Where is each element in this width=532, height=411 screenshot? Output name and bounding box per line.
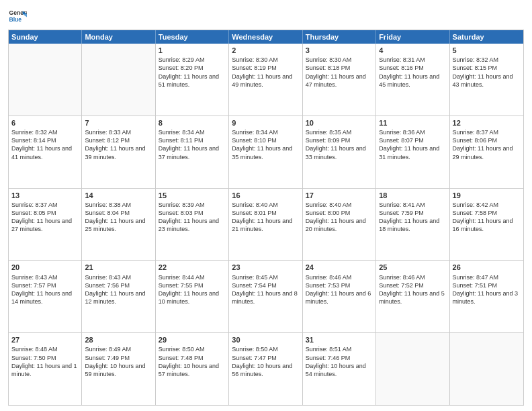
day-number: 28 — [85, 335, 152, 345]
day-info: Sunrise: 8:34 AM Sunset: 8:11 PM Dayligh… — [159, 128, 226, 161]
day-number: 31 — [306, 335, 373, 345]
day-info: Sunrise: 8:44 AM Sunset: 7:55 PM Dayligh… — [159, 273, 226, 306]
calendar-cell: 16Sunrise: 8:40 AM Sunset: 8:01 PM Dayli… — [229, 189, 302, 261]
day-info: Sunrise: 8:50 AM Sunset: 7:47 PM Dayligh… — [232, 345, 299, 378]
calendar-cell: 12Sunrise: 8:37 AM Sunset: 8:06 PM Dayli… — [450, 116, 523, 188]
calendar-cell: 30Sunrise: 8:50 AM Sunset: 7:47 PM Dayli… — [229, 333, 302, 405]
calendar-row: 6Sunrise: 8:32 AM Sunset: 8:14 PM Daylig… — [9, 116, 523, 188]
day-info: Sunrise: 8:48 AM Sunset: 7:50 PM Dayligh… — [11, 345, 79, 378]
calendar-cell: 22Sunrise: 8:44 AM Sunset: 7:55 PM Dayli… — [156, 261, 229, 332]
weekday-header: Saturday — [450, 30, 523, 44]
weekday-header: Monday — [82, 30, 155, 44]
calendar-cell — [450, 333, 523, 405]
weekday-header: Thursday — [303, 30, 376, 44]
calendar-cell: 18Sunrise: 8:41 AM Sunset: 7:59 PM Dayli… — [376, 189, 449, 261]
calendar-cell: 26Sunrise: 8:47 AM Sunset: 7:51 PM Dayli… — [450, 261, 523, 332]
calendar-cell: 10Sunrise: 8:35 AM Sunset: 8:09 PM Dayli… — [303, 116, 376, 188]
logo: General Blue — [8, 7, 27, 26]
calendar-cell: 19Sunrise: 8:42 AM Sunset: 7:58 PM Dayli… — [450, 189, 523, 261]
calendar-cell: 21Sunrise: 8:43 AM Sunset: 7:56 PM Dayli… — [82, 261, 155, 332]
calendar-cell: 8Sunrise: 8:34 AM Sunset: 8:11 PM Daylig… — [156, 116, 229, 188]
day-number: 4 — [379, 46, 446, 55]
day-number: 18 — [379, 191, 446, 200]
day-info: Sunrise: 8:46 AM Sunset: 7:53 PM Dayligh… — [306, 273, 373, 306]
day-info: Sunrise: 8:32 AM Sunset: 8:14 PM Dayligh… — [11, 128, 79, 161]
day-info: Sunrise: 8:31 AM Sunset: 8:16 PM Dayligh… — [379, 56, 446, 89]
day-number: 21 — [85, 263, 152, 272]
weekday-header: Sunday — [9, 30, 82, 44]
day-info: Sunrise: 8:30 AM Sunset: 8:19 PM Dayligh… — [232, 56, 299, 89]
day-number: 7 — [85, 118, 152, 128]
day-info: Sunrise: 8:39 AM Sunset: 8:03 PM Dayligh… — [159, 201, 226, 234]
calendar-cell — [376, 333, 449, 405]
day-info: Sunrise: 8:43 AM Sunset: 7:56 PM Dayligh… — [85, 273, 152, 306]
calendar-cell: 13Sunrise: 8:37 AM Sunset: 8:05 PM Dayli… — [9, 189, 82, 261]
day-number: 5 — [453, 46, 521, 55]
day-number: 15 — [159, 191, 226, 200]
calendar-cell: 1Sunrise: 8:29 AM Sunset: 8:20 PM Daylig… — [156, 44, 229, 116]
day-number: 30 — [232, 335, 299, 345]
day-info: Sunrise: 8:51 AM Sunset: 7:46 PM Dayligh… — [306, 345, 373, 378]
day-number: 27 — [11, 335, 79, 345]
day-number: 17 — [306, 191, 373, 200]
day-number: 3 — [306, 46, 373, 55]
day-info: Sunrise: 8:46 AM Sunset: 7:52 PM Dayligh… — [379, 273, 446, 306]
weekday-header: Wednesday — [229, 30, 302, 44]
header: General Blue — [8, 7, 524, 26]
day-info: Sunrise: 8:36 AM Sunset: 8:07 PM Dayligh… — [379, 128, 446, 161]
weekday-header: Tuesday — [156, 30, 229, 44]
day-info: Sunrise: 8:42 AM Sunset: 7:58 PM Dayligh… — [453, 201, 521, 234]
calendar-cell: 3Sunrise: 8:30 AM Sunset: 8:18 PM Daylig… — [303, 44, 376, 116]
calendar-cell: 27Sunrise: 8:48 AM Sunset: 7:50 PM Dayli… — [9, 333, 82, 405]
day-number: 25 — [379, 263, 446, 272]
calendar-cell: 6Sunrise: 8:32 AM Sunset: 8:14 PM Daylig… — [9, 116, 82, 188]
calendar-cell: 17Sunrise: 8:40 AM Sunset: 8:00 PM Dayli… — [303, 189, 376, 261]
calendar-cell: 31Sunrise: 8:51 AM Sunset: 7:46 PM Dayli… — [303, 333, 376, 405]
day-info: Sunrise: 8:41 AM Sunset: 7:59 PM Dayligh… — [379, 201, 446, 234]
calendar-cell: 15Sunrise: 8:39 AM Sunset: 8:03 PM Dayli… — [156, 189, 229, 261]
day-number: 22 — [159, 263, 226, 272]
day-number: 1 — [159, 46, 226, 55]
day-number: 26 — [453, 263, 521, 272]
calendar-row: 27Sunrise: 8:48 AM Sunset: 7:50 PM Dayli… — [9, 332, 523, 405]
day-info: Sunrise: 8:35 AM Sunset: 8:09 PM Dayligh… — [306, 128, 373, 161]
main-container: General Blue SundayMondayTuesdayWednesda… — [0, 0, 532, 411]
day-info: Sunrise: 8:38 AM Sunset: 8:04 PM Dayligh… — [85, 201, 152, 234]
day-info: Sunrise: 8:34 AM Sunset: 8:10 PM Dayligh… — [232, 128, 299, 161]
day-number: 10 — [306, 118, 373, 128]
calendar: SundayMondayTuesdayWednesdayThursdayFrid… — [8, 30, 524, 406]
calendar-cell: 28Sunrise: 8:49 AM Sunset: 7:49 PM Dayli… — [82, 333, 155, 405]
calendar-cell: 14Sunrise: 8:38 AM Sunset: 8:04 PM Dayli… — [82, 189, 155, 261]
day-number: 14 — [85, 191, 152, 200]
day-info: Sunrise: 8:37 AM Sunset: 8:05 PM Dayligh… — [11, 201, 79, 234]
calendar-row: 13Sunrise: 8:37 AM Sunset: 8:05 PM Dayli… — [9, 188, 523, 261]
day-info: Sunrise: 8:49 AM Sunset: 7:49 PM Dayligh… — [85, 345, 152, 378]
calendar-cell: 7Sunrise: 8:33 AM Sunset: 8:12 PM Daylig… — [82, 116, 155, 188]
svg-text:Blue: Blue — [9, 16, 22, 23]
weekday-header: Friday — [376, 30, 449, 44]
calendar-cell — [82, 44, 155, 116]
day-number: 23 — [232, 263, 299, 272]
day-number: 20 — [11, 263, 79, 272]
calendar-cell: 9Sunrise: 8:34 AM Sunset: 8:10 PM Daylig… — [229, 116, 302, 188]
day-info: Sunrise: 8:29 AM Sunset: 8:20 PM Dayligh… — [159, 56, 226, 89]
day-info: Sunrise: 8:45 AM Sunset: 7:54 PM Dayligh… — [232, 273, 299, 306]
calendar-cell: 24Sunrise: 8:46 AM Sunset: 7:53 PM Dayli… — [303, 261, 376, 332]
day-number: 24 — [306, 263, 373, 272]
calendar-cell: 2Sunrise: 8:30 AM Sunset: 8:19 PM Daylig… — [229, 44, 302, 116]
calendar-cell: 4Sunrise: 8:31 AM Sunset: 8:16 PM Daylig… — [376, 44, 449, 116]
day-number: 11 — [379, 118, 446, 128]
calendar-cell: 25Sunrise: 8:46 AM Sunset: 7:52 PM Dayli… — [376, 261, 449, 332]
day-number: 6 — [11, 118, 79, 128]
calendar-cell: 5Sunrise: 8:32 AM Sunset: 8:15 PM Daylig… — [450, 44, 523, 116]
calendar-cell: 11Sunrise: 8:36 AM Sunset: 8:07 PM Dayli… — [376, 116, 449, 188]
day-number: 8 — [159, 118, 226, 128]
day-info: Sunrise: 8:32 AM Sunset: 8:15 PM Dayligh… — [453, 56, 521, 89]
calendar-cell — [9, 44, 82, 116]
calendar-body: 1Sunrise: 8:29 AM Sunset: 8:20 PM Daylig… — [9, 44, 523, 405]
day-info: Sunrise: 8:30 AM Sunset: 8:18 PM Dayligh… — [306, 56, 373, 89]
logo-icon: General Blue — [8, 7, 27, 26]
day-info: Sunrise: 8:40 AM Sunset: 8:01 PM Dayligh… — [232, 201, 299, 234]
day-info: Sunrise: 8:50 AM Sunset: 7:48 PM Dayligh… — [159, 345, 226, 378]
calendar-row: 20Sunrise: 8:43 AM Sunset: 7:57 PM Dayli… — [9, 260, 523, 332]
